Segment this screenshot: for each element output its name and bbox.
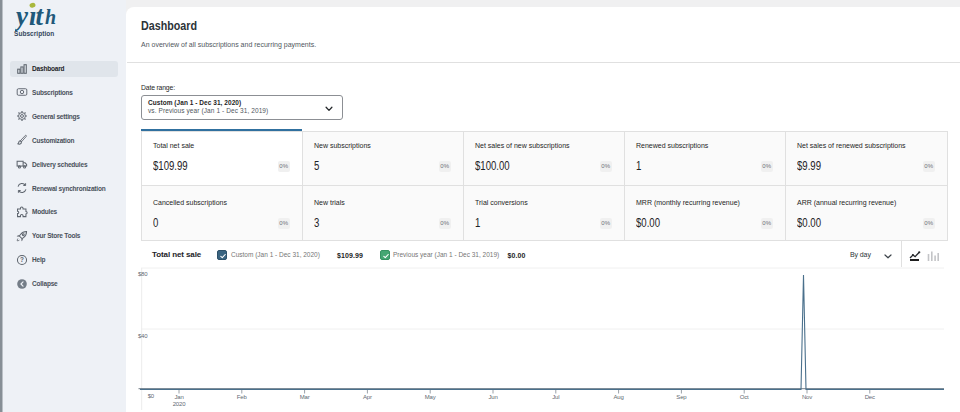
svg-text:$80: $80: [138, 271, 148, 277]
svg-text:t: t: [36, 1, 45, 31]
svg-text:2020: 2020: [173, 401, 187, 407]
svg-text:Oct: Oct: [740, 394, 749, 400]
svg-text:Jul: Jul: [552, 394, 559, 400]
svg-text:Feb: Feb: [237, 394, 248, 400]
svg-text:Sep: Sep: [676, 394, 687, 400]
svg-text:May: May: [425, 394, 436, 400]
svg-text:Mar: Mar: [300, 394, 310, 400]
svg-text:Dec: Dec: [865, 394, 875, 400]
svg-text:Nov: Nov: [802, 394, 812, 400]
svg-text:Jan: Jan: [174, 394, 183, 400]
svg-text:$0: $0: [148, 393, 155, 399]
svg-text:Jun: Jun: [488, 394, 497, 400]
svg-text:y: y: [15, 1, 29, 31]
svg-text:Apr: Apr: [363, 394, 372, 400]
svg-text:$40: $40: [138, 333, 148, 339]
svg-text:Aug: Aug: [613, 394, 623, 400]
svg-text:?: ?: [20, 256, 24, 263]
svg-text:h: h: [45, 6, 56, 28]
